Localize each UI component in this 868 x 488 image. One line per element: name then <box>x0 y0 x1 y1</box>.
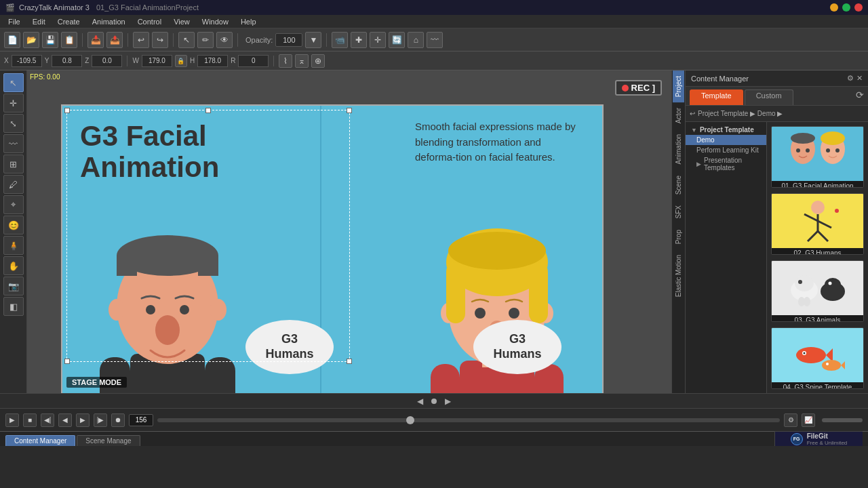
cm-refresh-icon[interactable]: ⟳ <box>856 89 864 105</box>
svg-point-46 <box>804 297 810 306</box>
tab-scene-manage[interactable]: Scene Manage <box>77 435 140 446</box>
tab-scene[interactable]: Scene <box>673 170 684 200</box>
tree-item-learning-kit[interactable]: Perform Learning Kit <box>686 145 766 155</box>
main-slide[interactable]: G3 FacialAnimation Smooth facial express… <box>61 104 604 393</box>
tl-stop-button[interactable]: ■ <box>23 413 37 427</box>
menu-view[interactable]: View <box>168 16 195 27</box>
h-input[interactable] <box>197 55 228 67</box>
select-tool[interactable]: ↖ <box>3 73 24 92</box>
cm-settings-icon[interactable]: ⚙ <box>847 74 854 83</box>
close-button[interactable] <box>854 3 863 12</box>
flip-v-button[interactable]: ⌅ <box>295 54 309 68</box>
tl-prev-button[interactable]: ◀| <box>41 413 54 427</box>
menu-edit[interactable]: Edit <box>27 16 51 27</box>
refresh-button[interactable]: 🔄 <box>389 32 405 48</box>
home-button[interactable]: ⌂ <box>408 32 424 48</box>
cam-button[interactable]: 📹 <box>332 32 348 48</box>
template-card-3[interactable]: 03_G3 Animals <box>771 260 864 322</box>
camera-tool[interactable]: 📷 <box>3 277 24 296</box>
tree-item-presentation[interactable]: ▶ Presentation Templates <box>686 155 766 173</box>
save-button[interactable]: 💾 <box>42 32 58 48</box>
move-tool[interactable]: ✛ <box>3 94 24 113</box>
menu-create[interactable]: Create <box>52 16 85 27</box>
breadcrumb-back-icon[interactable]: ↩ <box>690 110 695 117</box>
window-controls[interactable] <box>830 3 863 12</box>
lasso-tool[interactable]: ⌖ <box>3 195 24 214</box>
canvas-area[interactable]: FPS: 0.00 REC ] G3 FacialAnimation Smoot… <box>27 70 671 393</box>
tab-content-manager[interactable]: Content Manager <box>5 435 75 446</box>
minimize-button[interactable] <box>830 3 838 12</box>
rec-badge[interactable]: REC ] <box>615 80 662 96</box>
filegit-badge[interactable]: FG FileGit Free & Unlimited <box>774 431 863 446</box>
opacity-dropdown[interactable]: ▼ <box>305 32 321 48</box>
sep2 <box>127 33 128 47</box>
nav-left-arrow[interactable]: ◀ <box>414 396 426 406</box>
layer-tool[interactable]: ◧ <box>3 297 24 316</box>
cm-tab-template[interactable]: Template <box>690 89 743 105</box>
menu-window[interactable]: Window <box>197 16 234 27</box>
saveas-button[interactable]: 📋 <box>61 32 77 48</box>
opacity-input[interactable] <box>275 33 302 47</box>
scale-tool[interactable]: ⤡ <box>3 114 24 133</box>
grid-tool[interactable]: ⊞ <box>3 155 24 174</box>
redo-button[interactable]: ↪ <box>152 32 168 48</box>
tab-elastic-motion[interactable]: Elastic Motion <box>673 249 684 302</box>
nav-right-arrow[interactable]: ▶ <box>442 396 454 406</box>
maximize-button[interactable] <box>842 3 850 12</box>
import-button[interactable]: 📥 <box>87 32 104 48</box>
r-input[interactable] <box>238 55 269 67</box>
flip-h-button[interactable]: ⌇ <box>279 54 292 68</box>
tab-project[interactable]: Project <box>673 70 684 102</box>
anchor-button[interactable]: ⊕ <box>311 54 325 68</box>
hand-tool[interactable]: ✋ <box>3 256 24 275</box>
draw-button[interactable]: ✏ <box>197 32 214 48</box>
menu-help[interactable]: Help <box>235 16 262 27</box>
open-button[interactable]: 📂 <box>23 32 39 48</box>
menu-file[interactable]: File <box>3 16 26 27</box>
export-button[interactable]: 📤 <box>106 32 123 48</box>
new-button[interactable]: 📄 <box>4 32 20 48</box>
svg-rect-20 <box>529 262 548 323</box>
svg-line-38 <box>818 221 831 228</box>
tl-settings-button[interactable]: ⚙ <box>784 413 797 427</box>
lock-icon[interactable]: 🔒 <box>175 55 187 67</box>
pen-tool[interactable]: 🖊 <box>3 175 24 194</box>
tl-next-frame-button[interactable]: ▶ <box>76 413 90 427</box>
move-button[interactable]: ✛ <box>370 32 386 48</box>
tab-sfx[interactable]: SFX <box>673 200 684 224</box>
undo-button[interactable]: ↩ <box>133 32 149 48</box>
menu-control[interactable]: Control <box>132 16 167 27</box>
tl-prev-frame-button[interactable]: ◀ <box>58 413 72 427</box>
tab-prop[interactable]: Prop <box>673 224 684 249</box>
tl-curve-button[interactable]: 📈 <box>802 413 815 427</box>
y-input[interactable] <box>52 55 82 67</box>
template-card-2[interactable]: 02_G3 Humans <box>771 193 864 255</box>
menu-animation[interactable]: Animation <box>87 16 131 27</box>
tab-actor[interactable]: Actor <box>673 102 684 129</box>
wave-button[interactable]: 〰 <box>427 32 443 48</box>
tl-next-button[interactable]: |▶ <box>94 413 107 427</box>
tl-record-button[interactable]: ⏺ <box>111 413 125 427</box>
template-card-4[interactable]: 04_G3 Spine Template <box>771 327 864 389</box>
tree-item-project-template[interactable]: ▼ Project Template <box>686 125 766 135</box>
tl-track[interactable] <box>157 418 780 422</box>
z-input[interactable] <box>92 55 122 67</box>
bone-button[interactable]: ✚ <box>351 32 367 48</box>
tl-thumb[interactable] <box>406 416 414 424</box>
w-input[interactable] <box>142 55 172 67</box>
cm-close-icon[interactable]: ✕ <box>856 74 863 83</box>
face-tool[interactable]: 😊 <box>3 216 24 235</box>
tl-play-button[interactable]: ▶ <box>5 413 19 427</box>
body-tool[interactable]: 🧍 <box>3 236 24 255</box>
cm-tab-custom[interactable]: Custom <box>745 89 793 105</box>
curve-tool[interactable]: 〰 <box>3 134 24 153</box>
tree-item-demo[interactable]: Demo <box>686 135 766 145</box>
x-input[interactable] <box>12 55 42 67</box>
template-card-1[interactable]: 01_G3 Facial Animation <box>771 126 864 188</box>
menubar: File Edit Create Animation Control View … <box>0 15 868 28</box>
eye-button[interactable]: 👁 <box>216 32 233 48</box>
tab-animation[interactable]: Animation <box>673 129 684 169</box>
select-button[interactable]: ↖ <box>178 32 195 48</box>
tl-frame-input[interactable] <box>129 414 153 426</box>
tl-volume-track[interactable] <box>822 418 863 422</box>
